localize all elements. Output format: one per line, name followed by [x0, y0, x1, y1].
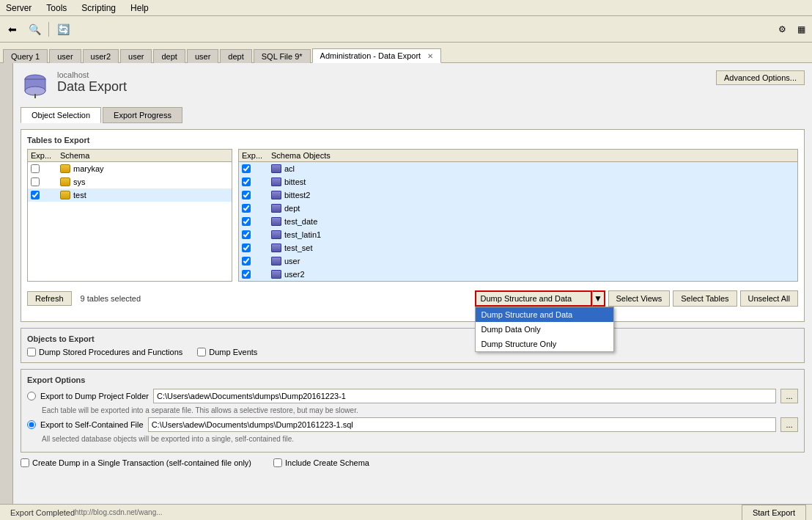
obj-row-test-latin1: test_latin1 [239, 228, 797, 241]
watermark-text: http://blog.csdn.net/wang... [75, 508, 163, 516]
include-schema-checkbox[interactable] [273, 458, 282, 467]
dump-stored-label[interactable]: Dump Stored Procedures and Functions [27, 348, 182, 356]
export-option2-browse[interactable]: ... [780, 417, 798, 432]
db-icon-test [60, 191, 70, 199]
export-option1-path[interactable] [153, 389, 776, 403]
data-export-icon [21, 70, 50, 100]
obj-checkbox-bittest2[interactable] [242, 191, 251, 199]
menu-scripting[interactable]: Scripting [78, 2, 119, 14]
export-option1-label: Export to Dump Project Folder [40, 392, 149, 400]
obj-checkbox-acl[interactable] [242, 164, 251, 173]
page-title: Data Export [57, 79, 127, 95]
schema-header: Exp... Schema [28, 150, 232, 162]
tab-sqlfile[interactable]: SQL File 9* [254, 49, 311, 63]
tab-administration[interactable]: Administration - Data Export ✕ [312, 48, 442, 63]
settings-icon[interactable]: ⚙ [774, 21, 790, 37]
table-icon-bittest [271, 177, 281, 186]
tab-query1[interactable]: Query 1 [3, 49, 48, 63]
tab-dept2[interactable]: dept [220, 49, 251, 63]
select-tables-button[interactable]: Select Tables [673, 290, 737, 307]
obj-checkbox-bittest[interactable] [242, 177, 251, 186]
dump-option-data-only[interactable]: Dump Data Only [476, 322, 613, 337]
toolbar-btn-3[interactable]: 🔄 [53, 20, 73, 39]
objects-to-export-panel: Objects to Export Dump Stored Procedures… [21, 328, 805, 363]
refresh-button[interactable]: Refresh [27, 291, 72, 306]
dump-stored-checkbox[interactable] [27, 348, 36, 356]
table-icon-acl [271, 164, 281, 173]
menu-server[interactable]: Server [3, 2, 34, 14]
objects-header-exp: Exp... [242, 151, 271, 160]
export-option1-browse[interactable]: ... [780, 389, 798, 403]
objects-header-schema: Schema Objects [271, 151, 794, 160]
export-option2-radio[interactable] [27, 420, 36, 429]
export-option1-radio[interactable] [27, 392, 36, 400]
obj-row-test-date: test_date [239, 215, 797, 228]
include-schema-label[interactable]: Include Create Schema [273, 458, 369, 467]
export-option1-row: Export to Dump Project Folder ... [27, 389, 798, 403]
schema-checkbox-test[interactable] [31, 191, 40, 199]
objects-header: Exp... Schema Objects [239, 150, 797, 162]
toolbar-right: ⚙ ▦ [774, 21, 809, 37]
obj-checkbox-test-set[interactable] [242, 243, 251, 252]
tab-dept1[interactable]: dept [153, 49, 185, 63]
dump-dropdown-container: Dump Structure and Data ▼ Dump Structure… [475, 290, 605, 307]
dump-arrow-button[interactable]: ▼ [592, 290, 605, 307]
table-icon-test-set [271, 243, 281, 252]
advanced-options-button[interactable]: Advanced Options... [716, 70, 805, 85]
dump-select-button[interactable]: Dump Structure and Data [475, 290, 592, 307]
schema-row-marykay: marykay [28, 162, 232, 175]
export-options-title: Export Options [27, 376, 798, 384]
schema-checkbox-marykay[interactable] [31, 164, 40, 173]
obj-checkbox-user2[interactable] [242, 270, 251, 279]
schema-header-exp: Exp... [31, 151, 60, 160]
subtab-export-progress[interactable]: Export Progress [103, 107, 182, 123]
schema-row-test: test [28, 188, 232, 202]
tab-user1[interactable]: user [49, 49, 81, 63]
obj-checkbox-user[interactable] [242, 257, 251, 266]
menu-help[interactable]: Help [128, 2, 152, 14]
obj-row-acl: acl [239, 162, 797, 175]
main-area: localhost Data Export Advanced Options..… [0, 63, 812, 520]
toolbar-btn-2[interactable]: 🔍 [25, 20, 44, 39]
obj-checkbox-test-latin1[interactable] [242, 230, 251, 239]
tabs-bar: Query 1 user user2 user dept user dept S… [0, 43, 812, 63]
tab-user2[interactable]: user2 [83, 49, 119, 63]
schema-checkbox-sys[interactable] [31, 177, 40, 186]
toolbar: ⬅ 🔍 🔄 ⚙ ▦ [0, 16, 812, 43]
page-header: localhost Data Export Advanced Options..… [21, 70, 805, 100]
tab-user4[interactable]: user [187, 49, 218, 63]
create-dump-label[interactable]: Create Dump in a Single Transaction (sel… [21, 458, 251, 467]
objects-panel: Exp... Schema Objects acl bittest bittes… [238, 149, 798, 282]
status-bar: Export Completed http://blog.csdn.net/wa… [0, 504, 812, 520]
select-views-button[interactable]: Select Views [608, 290, 671, 307]
layout-icon[interactable]: ▦ [793, 21, 809, 37]
dump-option-structure-data[interactable]: Dump Structure and Data [476, 307, 613, 322]
dump-selected-value: Dump Structure and Data [481, 294, 572, 303]
create-dump-checkbox[interactable] [21, 458, 29, 467]
subtab-object-selection[interactable]: Object Selection [21, 107, 101, 123]
obj-row-user: user [239, 254, 797, 268]
start-export-button[interactable]: Start Export [742, 505, 806, 521]
tables-panel-title: Tables to Export [27, 136, 798, 144]
table-icon-user [271, 257, 281, 266]
menu-tools[interactable]: Tools [43, 2, 70, 14]
obj-checkbox-dept[interactable] [242, 204, 251, 213]
objects-to-export-title: Objects to Export [27, 334, 798, 343]
objects-row: Dump Stored Procedures and Functions Dum… [27, 348, 798, 356]
export-options-panel: Export Options Export to Dump Project Fo… [21, 369, 805, 453]
tab-close-icon[interactable]: ✕ [427, 52, 433, 60]
tables-to-export-panel: Tables to Export Exp... Schema marykay s… [21, 129, 805, 322]
obj-checkbox-test-date[interactable] [242, 217, 251, 226]
obj-row-dept: dept [239, 202, 797, 215]
unselect-all-button[interactable]: Unselect All [740, 290, 798, 307]
dump-events-checkbox[interactable] [197, 348, 206, 356]
table-icon-bittest2 [271, 191, 281, 199]
export-option2-path[interactable] [148, 417, 776, 432]
export-option1-hint: Each table will be exported into a separ… [42, 406, 798, 414]
dump-option-structure-only[interactable]: Dump Structure Only [476, 337, 613, 351]
tab-user3[interactable]: user [120, 49, 152, 63]
export-option2-label: Export to Self-Contained File [40, 420, 144, 429]
toolbar-separator [48, 22, 49, 37]
dump-events-label[interactable]: Dump Events [197, 348, 257, 356]
toolbar-btn-1[interactable]: ⬅ [3, 20, 22, 39]
